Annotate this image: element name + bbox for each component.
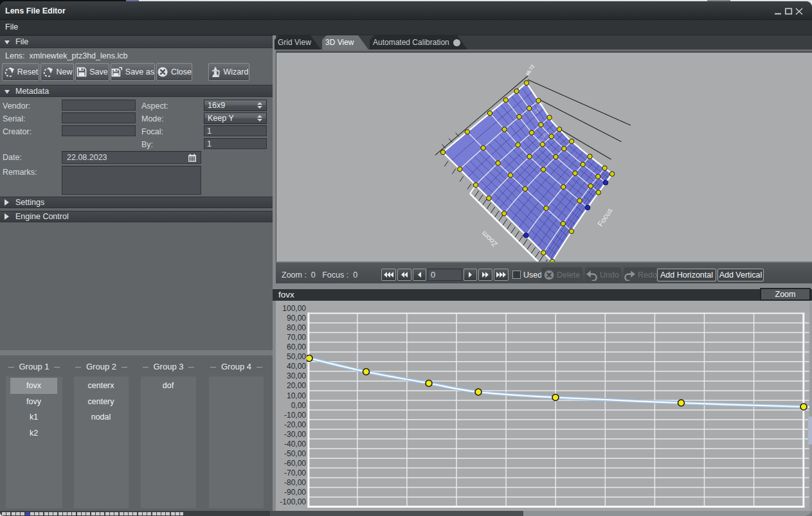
svg-text:Zoom: Zoom <box>480 229 498 248</box>
svg-text:Focus: Focus <box>596 206 614 227</box>
svg-text:46.72: 46.72 <box>525 64 536 77</box>
